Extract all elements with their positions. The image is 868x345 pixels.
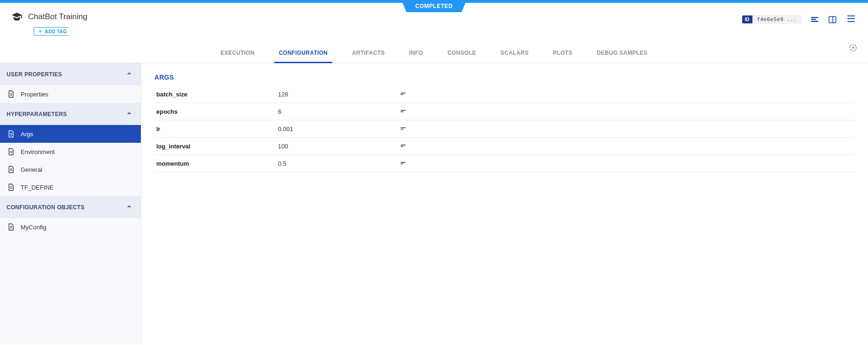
sidebar-section-label: CONFIGURATION OBJECTS xyxy=(7,204,85,211)
arg-key: momentum xyxy=(156,160,278,167)
document-icon xyxy=(7,90,15,98)
notes-icon[interactable] xyxy=(400,142,853,150)
main-panel: ARGS batch_size 128 epochs 6 lr 0.001 lo… xyxy=(141,63,868,344)
arg-value: 128 xyxy=(278,91,400,98)
sidebar-item-environment[interactable]: Environment xyxy=(0,143,141,161)
chevron-up-icon xyxy=(124,108,134,120)
arg-row: batch_size 128 xyxy=(154,86,855,103)
chevron-up-icon xyxy=(124,68,134,80)
id-chip[interactable]: ID f4e6e5e9 ... xyxy=(742,15,802,24)
notes-icon[interactable] xyxy=(400,90,853,98)
tab-console[interactable]: CONSOLE xyxy=(446,44,477,63)
tabs: EXECUTION CONFIGURATION ARTIFACTS INFO C… xyxy=(0,38,868,63)
refresh-icon[interactable] xyxy=(848,43,858,54)
sidebar-section-label: USER PROPERTIES xyxy=(7,71,62,78)
arg-key: epochs xyxy=(156,108,278,115)
sidebar-item-label: Properties xyxy=(21,91,48,98)
arg-value: 6 xyxy=(278,108,400,115)
section-title: ARGS xyxy=(154,73,855,81)
sidebar-item-properties[interactable]: Properties xyxy=(0,85,141,103)
tab-configuration[interactable]: CONFIGURATION xyxy=(278,44,328,63)
document-icon xyxy=(7,165,15,174)
tab-execution[interactable]: EXECUTION xyxy=(219,44,255,63)
document-icon xyxy=(7,147,15,156)
tab-plots[interactable]: PLOTS xyxy=(552,44,574,63)
arg-value: 100 xyxy=(278,143,400,150)
sidebar: USER PROPERTIES Properties HYPERPARAMETE… xyxy=(0,63,141,344)
arg-row: log_interval 100 xyxy=(154,138,855,155)
sidebar-section-user-properties[interactable]: USER PROPERTIES xyxy=(0,63,141,85)
document-icon xyxy=(7,183,15,191)
details-icon[interactable] xyxy=(810,15,819,24)
sidebar-item-args[interactable]: Args xyxy=(0,125,141,143)
status-badge: COMPLETED xyxy=(401,0,467,12)
tab-debug-samples[interactable]: DEBUG SAMPLES xyxy=(596,44,649,63)
sidebar-item-label: General xyxy=(21,166,42,173)
notes-icon[interactable] xyxy=(400,107,853,116)
tab-artifacts[interactable]: ARTIFACTS xyxy=(351,44,386,63)
arg-key: log_interval xyxy=(156,143,278,150)
arg-row: epochs 6 xyxy=(154,103,855,120)
menu-icon[interactable] xyxy=(846,13,857,26)
arg-key: lr xyxy=(156,125,278,132)
sidebar-item-label: MyConfig xyxy=(21,224,46,231)
sidebar-item-label: TF_DEFINE xyxy=(21,184,54,191)
add-tag-button[interactable]: ADD TAG xyxy=(34,27,72,36)
arg-row: lr 0.001 xyxy=(154,120,855,138)
arg-value: 0.5 xyxy=(278,160,400,167)
id-chip-label: ID xyxy=(742,15,752,23)
arg-row: momentum 0.5 xyxy=(154,155,855,172)
page-title: ChatBot Training xyxy=(28,12,88,22)
notes-icon[interactable] xyxy=(400,159,853,168)
sidebar-section-configuration-objects[interactable]: CONFIGURATION OBJECTS xyxy=(0,196,141,218)
tab-info[interactable]: INFO xyxy=(408,44,424,63)
sidebar-item-general[interactable]: General xyxy=(0,161,141,178)
args-table: batch_size 128 epochs 6 lr 0.001 log_int… xyxy=(154,86,855,172)
sidebar-section-label: HYPERPARAMETERS xyxy=(7,111,67,117)
add-tag-label: ADD TAG xyxy=(45,29,67,34)
plus-icon xyxy=(37,29,43,34)
svg-marker-6 xyxy=(853,47,854,49)
panel-view-icon[interactable] xyxy=(828,15,837,24)
graduation-cap-icon xyxy=(11,11,22,22)
sidebar-item-tf-define[interactable]: TF_DEFINE xyxy=(0,178,141,196)
arg-value: 0.001 xyxy=(278,125,400,132)
document-icon xyxy=(7,130,15,138)
tab-scalars[interactable]: SCALARS xyxy=(500,44,530,63)
chevron-up-icon xyxy=(124,201,134,213)
notes-icon[interactable] xyxy=(400,125,853,133)
sidebar-section-hyperparameters[interactable]: HYPERPARAMETERS xyxy=(0,103,141,125)
id-chip-value: f4e6e5e9 ... xyxy=(752,15,802,24)
sidebar-item-label: Environment xyxy=(21,148,55,155)
sidebar-item-label: Args xyxy=(21,131,33,138)
sidebar-item-myconfig[interactable]: MyConfig xyxy=(0,218,141,236)
arg-key: batch_size xyxy=(156,91,278,98)
document-icon xyxy=(7,223,15,231)
